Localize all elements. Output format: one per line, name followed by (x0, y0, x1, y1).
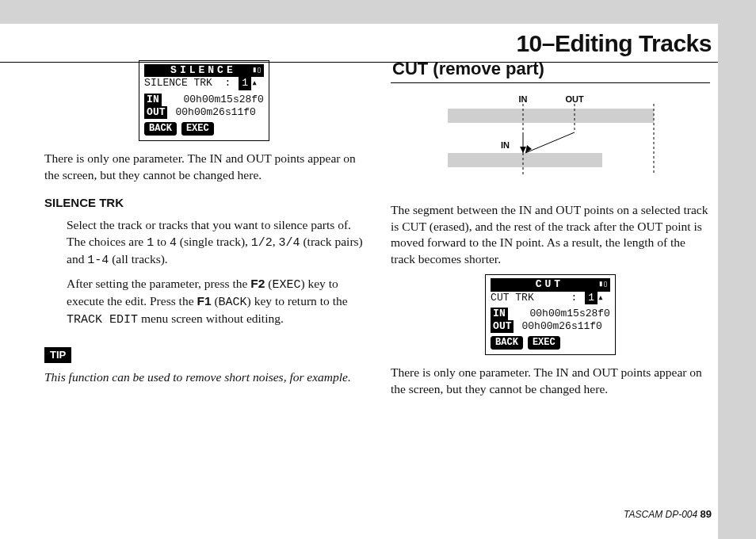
lcd-cut: CUT▮▯ CUT TRK :1▴ IN 00h00m15s28f0 OUT00… (485, 274, 616, 355)
page-content: 10–Editing Tracks SILENCE▮▯ SILENCE TRK … (0, 0, 718, 539)
lcd-in-value: 00h00m15s28f0 (530, 308, 610, 320)
lcd-out-label: OUT (491, 320, 514, 333)
lcd-exec-button: EXEC (181, 122, 214, 136)
left-column: SILENCE▮▯ SILENCE TRK :1▴ IN 00h00m15s28… (44, 57, 364, 404)
title-rule (0, 62, 718, 63)
paragraph: There is only one parameter. The IN and … (391, 365, 710, 398)
diagram-out-label: OUT (565, 94, 584, 104)
tip-badge: TIP (44, 347, 71, 363)
footer-page-number: 89 (701, 508, 712, 520)
section-heading: CUT (remove part) (391, 57, 710, 83)
lcd-out-value: 00h00m26s11f0 (175, 106, 255, 119)
diagram-in-label: IN (518, 94, 527, 104)
lcd-in-label: IN (144, 94, 162, 106)
footer-product: TASCAM DP-004 (624, 509, 697, 520)
lcd-row-value: 1 (239, 77, 251, 90)
lcd-back-button: BACK (144, 122, 177, 136)
svg-line-7 (525, 132, 575, 153)
lcd-row-label: CUT TRK (491, 292, 534, 304)
paragraph: Select the track or tracks that you want… (67, 217, 364, 269)
lcd-in-label: IN (491, 308, 508, 320)
definition-heading: SILENCE TRK (44, 195, 364, 211)
svg-marker-8 (520, 147, 526, 153)
paragraph: There is only one parameter. The IN and … (44, 151, 364, 184)
definition-body: Select the track or tracks that you want… (44, 217, 364, 328)
paragraph: After setting the parameter, press the F… (67, 276, 364, 329)
lcd-exec-button: EXEC (528, 336, 560, 350)
battery-icon: ▮▯ (598, 280, 608, 290)
lcd-out-label: OUT (144, 106, 167, 119)
svg-rect-0 (448, 109, 654, 123)
lcd-title: CUT (501, 278, 598, 291)
lcd-row-label: SILENCE TRK (144, 77, 212, 89)
lcd-silence: SILENCE▮▯ SILENCE TRK :1▴ IN 00h00m15s28… (139, 60, 269, 141)
paragraph: The segment between the IN and OUT point… (391, 202, 710, 269)
lcd-title: SILENCE (155, 64, 252, 77)
battery-icon: ▮▯ (252, 66, 262, 76)
diagram-in2-label: IN (501, 140, 510, 150)
right-column: CUT (remove part) IN OUT IN (391, 57, 710, 404)
cut-diagram: IN OUT IN (391, 91, 710, 191)
svg-rect-4 (448, 153, 602, 167)
lcd-back-button: BACK (491, 336, 523, 350)
page-footer: TASCAM DP-004 89 (624, 508, 712, 520)
tip-text: This function can be used to remove shor… (44, 369, 364, 386)
right-gray-margin (718, 0, 756, 539)
lcd-row-value: 1 (585, 292, 598, 304)
chapter-title: 10–Editing Tracks (0, 30, 718, 57)
lcd-in-value: 00h00m15s28f0 (184, 94, 264, 106)
lcd-out-value: 00h00m26s11f0 (521, 320, 601, 333)
